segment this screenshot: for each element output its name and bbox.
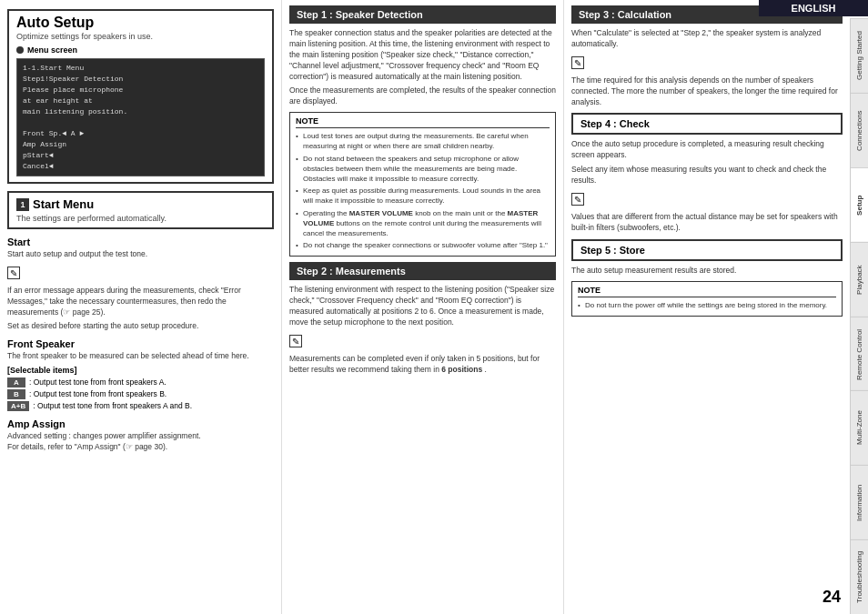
step5-note-text: Do not turn the power off while the sett… — [578, 300, 836, 310]
note-item-1: Loud test tones are output during the me… — [296, 131, 550, 151]
auto-setup-header: Auto Setup Optimize settings for speaker… — [7, 9, 274, 184]
start-menu-title-row: 1 Start Menu — [16, 197, 265, 211]
note-item-4: Operating the MASTER VOLUME knob on the … — [296, 208, 550, 239]
note-box-step5: NOTE Do not turn the power off while the… — [571, 281, 843, 317]
sel-badge-ab: A+B — [7, 401, 29, 411]
selectable-heading: [Selectable items] — [7, 366, 274, 375]
sel-item-a: A : Output test tone from front speakers… — [7, 377, 274, 388]
step5-header: Step 5 : Store — [571, 239, 843, 261]
pencil-row-2: ✎ — [289, 332, 556, 350]
front-speaker-text: The front speaker to be measured can be … — [7, 351, 274, 362]
step2-header: Step 2 : Measurements — [289, 262, 556, 280]
english-banner: ENGLISH — [759, 0, 868, 16]
terminal-box: 1-1.Start Menu Step1!Speaker Detection P… — [16, 58, 265, 176]
start-num-badge: 1 — [16, 198, 29, 211]
sel-badge-a: A — [7, 377, 25, 388]
step3-note-text: The time required for this analysis depe… — [571, 75, 843, 108]
start-menu-section: 1 Start Menu The settings are performed … — [7, 191, 274, 229]
step3-text: When "Calculate" is selected at "Step 2,… — [571, 28, 843, 50]
note-item-5: Do not change the speaker connections or… — [296, 240, 550, 250]
step5-text: The auto setup measurement results are s… — [571, 266, 843, 277]
sel-badge-b: B — [7, 389, 25, 399]
sidebar-tab-information[interactable]: Information — [851, 465, 868, 539]
note-item-3: Keep as quiet as possible during measure… — [296, 186, 550, 206]
pencil-icon-2: ✎ — [289, 335, 302, 347]
step4-header: Step 4 : Check — [571, 113, 843, 135]
start-menu-desc: The settings are performed automatically… — [16, 214, 265, 223]
sel-item-ab: A+B : Output test tone from front speake… — [7, 401, 274, 411]
step2-text: The listening environment with respect t… — [289, 285, 556, 328]
step1-text2: Once the measurements are completed, the… — [289, 86, 556, 107]
step1-header: Step 1 : Speaker Detection — [289, 5, 556, 24]
auto-setup-subtitle: Optimize settings for speakers in use. — [16, 32, 265, 41]
start-note-text: If an error message appears during the m… — [7, 286, 274, 318]
step4-text: Once the auto setup procedure is complet… — [571, 139, 843, 161]
step4-note-text: Values that are different from the actua… — [571, 212, 843, 234]
right-sidebar: Getting Started Connections Setup Playba… — [850, 18, 868, 614]
main-content: Auto Setup Optimize settings for speaker… — [0, 0, 850, 614]
sidebar-tab-connections[interactable]: Connections — [851, 93, 868, 167]
step2-note-text: Measurements can be completed even if on… — [289, 354, 556, 376]
note-title: NOTE — [296, 116, 550, 128]
note-box-step1: NOTE Loud test tones are output during t… — [289, 112, 556, 257]
pencil-icon-1: ✎ — [7, 267, 20, 279]
sidebar-tab-remote[interactable]: Remote Control — [851, 317, 868, 391]
front-speaker-heading: Front Speaker — [7, 338, 274, 349]
sidebar-tab-troubleshooting[interactable]: Troubleshooting — [851, 539, 868, 614]
pencil-row-3: ✎ — [571, 54, 843, 72]
sidebar-tab-multizone[interactable]: Multi-Zone — [851, 390, 868, 465]
step1-text: The speaker connection status and the sp… — [289, 28, 556, 82]
amp-assign-text: Advanced setting : changes power amplifi… — [7, 431, 274, 453]
page-number: 24 — [823, 588, 841, 607]
start-note2: Set as desired before starting the auto … — [7, 321, 274, 332]
selectable-items: [Selectable items] A : Output test tone … — [7, 366, 274, 411]
pencil-row-1: ✎ — [7, 264, 274, 282]
start-text: Start auto setup and output the test ton… — [7, 249, 274, 260]
pencil-icon-4: ✎ — [571, 193, 584, 206]
note-item-2: Do not stand between the speakers and se… — [296, 154, 550, 185]
left-column: Auto Setup Optimize settings for speaker… — [0, 0, 282, 614]
sidebar-tab-getting-started[interactable]: Getting Started — [851, 18, 868, 93]
step4-text2: Select any item whose measuring results … — [571, 165, 843, 186]
auto-setup-title: Auto Setup — [16, 15, 265, 31]
pencil-row-4: ✎ — [571, 190, 843, 208]
start-heading: Start — [7, 237, 274, 247]
amp-assign-heading: Amp Assign — [7, 418, 274, 429]
english-label: ENGLISH — [792, 3, 836, 14]
right-column: Step 3 : Calculation When "Calculate" is… — [564, 0, 850, 614]
dot-icon — [16, 46, 24, 54]
mid-column: Step 1 : Speaker Detection The speaker c… — [282, 0, 564, 614]
pencil-icon-3: ✎ — [571, 56, 584, 69]
sidebar-tab-setup[interactable]: Setup — [851, 167, 868, 242]
step5-note-title: NOTE — [578, 286, 836, 297]
menu-screen-label: Menu screen — [16, 45, 265, 55]
sidebar-tab-playback[interactable]: Playback — [851, 242, 868, 317]
sel-item-b: B : Output test tone from front speakers… — [7, 389, 274, 399]
